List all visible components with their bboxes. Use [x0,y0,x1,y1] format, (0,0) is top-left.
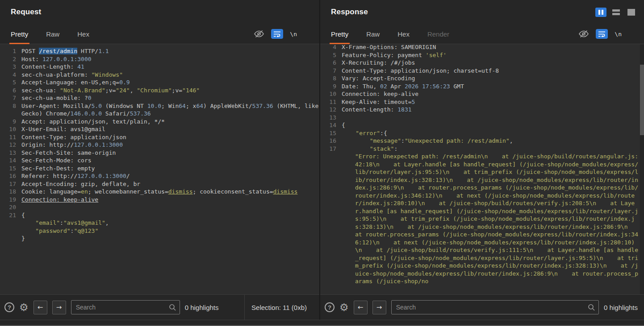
settings-gear-icon[interactable]: ⚙ [19,302,29,313]
code-line: 1POST /rest/admin HTTP/1.1 [5,47,319,55]
code-line: 11Keep-Alive: timeout=5 [326,98,639,106]
hide-matches-eye-slash-icon[interactable] [254,29,264,38]
settings-gear-icon[interactable]: ⚙ [339,302,349,313]
code-line: 18Cookie: language=en; welcomebanner_sta… [5,188,319,196]
code-line: 21{ [5,211,319,219]
show-newlines-icon[interactable]: \n [615,31,622,37]
line-number: 16 [326,137,336,145]
code-line: 14{ [326,121,639,129]
code-line: } [5,235,319,243]
line-number: 9 [326,83,336,91]
footer-divider [244,295,245,320]
request-footer: ? ⚙ ← → 0 highlights Selection: 11 (0xb) [0,294,319,320]
code-line: 14Sec-Fetch-Mode: cors [5,157,319,165]
split-columns-icon[interactable] [595,8,606,17]
code-line: 9Accept: application/json, text/plain, *… [5,118,319,126]
request-editor[interactable]: 1POST /rest/admin HTTP/1.12Host: 127.0.0… [0,44,319,294]
show-newlines-icon[interactable]: \n [290,31,297,37]
code-line: 10X-User-Email: avs1@gmail [5,125,319,133]
line-number [5,219,16,227]
line-number: 13 [5,149,16,157]
line-number: 7 [5,94,16,102]
line-number: 13 [326,114,336,122]
search-input[interactable] [71,300,180,314]
response-editor[interactable]: 4X-Frame-Options: SAMEORIGIN5Feature-Pol… [320,44,644,294]
code-line: 4sec-ch-ua-platform: "Windows" [5,71,319,79]
code-line: 10Connection: keep-alive [326,90,639,98]
tab-response-render[interactable]: Render [427,24,449,44]
help-icon[interactable]: ? [4,302,14,312]
line-number: 6 [326,59,336,67]
back-button[interactable]: ← [33,301,47,314]
request-pane: Request Pretty Raw Hex [0,0,319,320]
code-line: 13 [326,114,639,122]
tab-response-raw[interactable]: Raw [366,24,380,44]
scrollbar-thumb[interactable] [640,65,644,135]
line-number: 8 [326,74,336,83]
code-line: 8User-Agent: Mozilla/5.0 (Windows NT 10.… [5,102,319,118]
line-number: 17 [326,145,336,153]
code-line: "Error: Unexpected path: /rest/admin\n a… [326,153,639,285]
line-number: 14 [5,157,16,165]
code-line: 16Referer: http://127.0.0.1:3000/ [5,172,319,180]
code-line: 11Content-Type: application/json [5,133,319,141]
code-line: 20 [5,203,319,211]
tab-request-pretty[interactable]: Pretty [11,24,28,44]
search-input[interactable] [391,300,599,314]
code-line: 8Vary: Accept-Encoding [326,74,639,83]
tab-request-hex[interactable]: Hex [77,24,89,44]
response-toolbar: \n [578,24,636,44]
response-pane: Response Pretty Raw Hex Render [320,0,644,320]
highlights-count: 0 highlights [185,304,219,311]
code-line: 5Accept-Language: en-US,en;q=0.9 [5,78,319,87]
forward-button[interactable]: → [372,301,386,314]
line-number: 21 [5,211,16,219]
back-button[interactable]: ← [354,301,368,314]
code-line: 17 "stack": [326,145,639,153]
wrap-lines-icon[interactable] [271,29,283,39]
single-panel-icon[interactable] [626,8,637,17]
split-rows-icon[interactable] [611,8,622,17]
code-line: 19Connection: keep-alive [5,196,319,204]
line-number [5,235,16,243]
code-line: "email":"avs1@gmail", [5,219,319,227]
code-line: "password":"q@123" [5,227,319,235]
line-number: 7 [326,67,336,75]
line-number: 10 [326,90,336,98]
line-number: 5 [326,51,336,59]
line-number: 6 [5,87,16,95]
code-line: 12Content-Length: 1831 [326,106,639,114]
line-number [5,227,16,235]
menu-icon[interactable] [304,31,311,37]
help-icon[interactable]: ? [325,302,335,312]
line-number: 5 [5,78,16,87]
line-number: 11 [5,133,16,141]
code-line: 16 "message":"Unexpected path: /rest/adm… [326,137,639,145]
code-line: 15 "error":{ [326,129,639,137]
line-number: 19 [5,196,16,204]
line-number: 11 [326,98,336,106]
tab-request-raw[interactable]: Raw [46,24,59,44]
request-title: Request [11,8,41,17]
forward-button[interactable]: → [52,301,66,314]
line-number: 8 [5,102,16,118]
response-scrollbar [640,44,644,294]
http-message-viewer: Request Pretty Raw Hex [0,0,644,320]
response-title: Response [331,8,368,17]
tab-response-hex[interactable]: Hex [397,24,410,44]
response-search [391,300,599,314]
menu-icon[interactable] [628,31,636,37]
tab-response-pretty[interactable]: Pretty [331,24,348,44]
wrap-lines-icon[interactable] [596,29,608,39]
code-line: 2Host: 127.0.0.1:3000 [5,55,319,63]
code-line: 9Date: Thu, 02 Apr 2026 17:56:23 GMT [326,83,639,91]
line-number: 17 [5,180,16,188]
line-number: 1 [5,47,16,55]
request-search [71,300,180,314]
line-number: 20 [5,203,16,211]
request-code: 1POST /rest/admin HTTP/1.12Host: 127.0.0… [5,47,319,243]
line-number: 18 [5,188,16,196]
hide-matches-eye-slash-icon[interactable] [578,29,589,38]
line-number: 4 [326,44,336,51]
response-header: Response [320,0,644,24]
